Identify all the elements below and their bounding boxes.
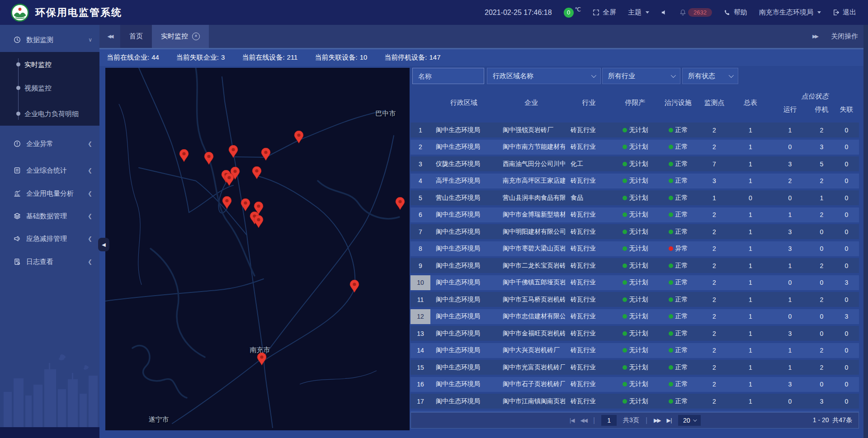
sidebar-item-enterprise-abnormal[interactable]: 企业异常❮ [0, 134, 99, 154]
industry-select[interactable]: 所有行业 [602, 68, 680, 84]
table-row[interactable]: 16阆中生态环境局阆中市石子页岩机砖厂砖瓦行业无计划正常21300 [410, 377, 859, 392]
status-dot-icon [669, 162, 673, 166]
table-row[interactable]: 9阆中生态环境局阆中市二龙长宝页岩砖砖瓦行业无计划正常21120 [410, 258, 859, 273]
table-row[interactable]: 13阆中生态环境局阆中市金福旺页岩机砖砖瓦行业无计划正常21300 [410, 326, 859, 341]
company-cell: 阆中市五马桥页岩机砖 [497, 292, 565, 307]
lost-count-cell: 0 [834, 343, 859, 358]
tabs-scroll-right-button[interactable]: ▶▶ [812, 33, 817, 39]
stop-count-cell: 0 [809, 241, 834, 256]
page-size-select[interactable]: 20 [678, 415, 701, 426]
sidebar-item-power-usage-analysis[interactable]: 企业用电量分析❮ [0, 184, 99, 203]
first-page-button[interactable]: ∣◀ [569, 417, 574, 424]
sidebar-footer-strip [0, 427, 99, 438]
tab-home[interactable]: 首页 [120, 25, 152, 48]
table-row[interactable]: 17阆中生态环境局阆中市江南镇阆南页岩砖瓦行业无计划正常21030 [410, 394, 859, 409]
status-dot-icon [623, 331, 627, 336]
limit-status-cell: 无计划 [613, 360, 658, 375]
table-row[interactable]: 12阆中生态环境局阆中市忠信建材有限公砖瓦行业无计划正常21003 [410, 309, 859, 324]
run-count-cell: 3 [771, 224, 809, 239]
map-pin-icon[interactable] [179, 149, 189, 163]
limit-status-cell: 无计划 [613, 275, 658, 290]
row-number-cell: 16 [410, 377, 430, 392]
prev-page-button[interactable]: ◀◀ [580, 417, 586, 424]
sidebar-item-emergency-reduction[interactable]: 应急减排管理❮ [0, 229, 99, 249]
table-row[interactable]: 2阆中生态环境局阆中市南方节能建材有砖瓦行业无计划正常21030 [410, 140, 859, 155]
table-row[interactable]: 1阆中生态环境局阆中强锐页岩砖厂砖瓦行业无计划正常21120 [410, 122, 859, 137]
close-operations-button[interactable]: 关闭操作 [831, 32, 858, 41]
row-number-cell: 17 [410, 394, 430, 409]
column-header: 监测点 [698, 88, 730, 118]
sidebar-collapse-toggle[interactable]: ◀ [98, 238, 109, 251]
sidebar-item-log-view[interactable]: 日志查看❮ [0, 252, 99, 272]
facility-status-cell: 正常 [658, 190, 698, 205]
map-pin-icon[interactable] [252, 166, 262, 180]
pagination-divider: | [646, 416, 647, 424]
theme-dropdown[interactable]: 主题 [628, 8, 649, 17]
sidebar-subitem-realtime-monitor[interactable]: 实时监控 [0, 56, 99, 74]
facility-status-cell: 正常 [658, 258, 698, 273]
org-dropdown[interactable]: 南充市生态环境局 [759, 8, 821, 17]
next-page-button[interactable]: ▶▶ [654, 417, 660, 424]
city-label: 遂宁市 [149, 415, 169, 424]
scrollbar-track[interactable] [863, 25, 868, 438]
map-pin-icon[interactable] [254, 215, 264, 229]
map-pin-icon[interactable] [261, 148, 271, 161]
region-cell: 阆中生态环境局 [430, 258, 497, 273]
map-pin-icon[interactable] [395, 197, 405, 211]
map-pin-icon[interactable] [294, 131, 304, 144]
map-pin-icon[interactable] [222, 196, 232, 210]
tabs-scroll-left-button[interactable]: ◀◀ [99, 25, 120, 48]
company-cell: 阆中强锐页岩砖厂 [497, 122, 565, 137]
sidebar-subitem-video-monitor[interactable]: 视频监控 [0, 79, 99, 97]
company-cell: 阆中市石子页岩机砖厂 [497, 377, 565, 392]
sidebar-item-enterprise-statistics[interactable]: 企业综合统计❮ [0, 160, 99, 180]
limit-status-cell: 无计划 [613, 156, 658, 171]
map-panel[interactable]: 巴中市南充市遂宁市 [105, 68, 410, 430]
sidebar-subitem-power-load-detail[interactable]: 企业电力负荷明细 [0, 105, 99, 123]
chevron-down-icon: ∨ [88, 37, 92, 43]
top-header: 环保用电监管系统 2021-02-25 17:46:18 0 ℃ 全屏 主题 2… [0, 0, 868, 25]
facility-status-cell: 正常 [658, 275, 698, 290]
table-row[interactable]: 14阆中生态环境局阆中大兴页岩机砖厂砖瓦行业无计划正常21120 [410, 343, 859, 358]
page-title: 环保用电监管系统 [35, 6, 122, 19]
status-dot-icon [623, 145, 627, 149]
chevron-left-icon: ❮ [88, 235, 92, 242]
region-cell: 阆中生态环境局 [430, 343, 497, 358]
sidebar-item-base-data-management[interactable]: 基础数据管理❮ [0, 206, 99, 226]
facility-status-cell: 正常 [658, 174, 698, 188]
map-pin-icon[interactable] [224, 173, 234, 187]
fullscreen-button[interactable]: 全屏 [593, 8, 616, 17]
table-row[interactable]: 4高坪生态环境局南充市高坪区王家店建砖瓦行业无计划正常31220 [410, 174, 859, 188]
region-select[interactable]: 行政区域名称 [487, 68, 601, 84]
table-row[interactable]: 10阆中生态环境局阆中千佛镇五郎垭页岩砖瓦行业无计划正常21003 [410, 275, 859, 290]
tab-realtime-monitor[interactable]: 实时监控× [152, 25, 209, 48]
table-row[interactable]: 5营山生态环境局营山县润丰肉食品有限食品无计划正常10010 [410, 190, 859, 205]
logout-button[interactable]: 退出 [833, 8, 856, 17]
sound-mute-button[interactable] [661, 9, 668, 16]
meter-count-cell: 1 [730, 140, 771, 155]
close-icon[interactable]: × [192, 33, 200, 40]
run-count-cell: 0 [771, 275, 809, 290]
table-row[interactable]: 15阆中生态环境局阆中市光富页岩机砖厂砖瓦行业无计划正常21120 [410, 360, 859, 375]
table-row[interactable]: 11阆中生态环境局阆中市五马桥页岩机砖砖瓦行业无计划正常21120 [410, 292, 859, 307]
last-page-button[interactable]: ▶∣ [667, 417, 672, 424]
page-number-input[interactable]: 1 [601, 415, 617, 426]
sidebar-item-data-monitoring[interactable]: 数据监测∨ [0, 30, 99, 50]
map-pin-icon[interactable] [228, 145, 238, 159]
status-dot-icon [623, 264, 627, 268]
table-row[interactable]: 3仪陇生态环境局西南油气田分公司川中化工无计划正常71350 [410, 156, 859, 171]
map-pin-icon[interactable] [257, 353, 267, 366]
region-cell: 阆中生态环境局 [430, 309, 497, 324]
map-pin-icon[interactable] [349, 280, 359, 293]
region-cell: 阆中生态环境局 [430, 207, 497, 222]
status-select[interactable]: 所有状态 [682, 68, 738, 84]
search-input[interactable] [412, 68, 484, 84]
table-row[interactable]: 7阆中生态环境局阆中明阳建材有限公司砖瓦行业无计划正常21300 [410, 224, 859, 239]
map-pin-icon[interactable] [241, 198, 250, 212]
map-pin-icon[interactable] [204, 152, 214, 165]
help-button[interactable]: 帮助 [724, 8, 747, 17]
notifications-button[interactable]: 2632 [679, 8, 712, 17]
alert-circle-icon [14, 140, 21, 147]
table-row[interactable]: 8阆中生态环境局阆中市枣碧大梁山页岩砖瓦行业无计划异常21300 [410, 241, 859, 256]
table-row[interactable]: 6阆中生态环境局阆中市金博瑞新型墙材砖瓦行业无计划正常21120 [410, 207, 859, 222]
